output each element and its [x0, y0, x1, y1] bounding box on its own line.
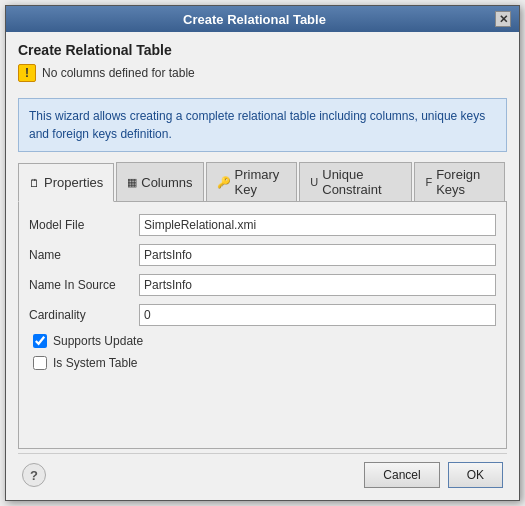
tab-columns[interactable]: ▦ Columns [116, 162, 203, 201]
name-input[interactable] [139, 244, 496, 266]
tab-primary-key-label: Primary Key [235, 167, 287, 197]
info-box: This wizard allows creating a complete r… [18, 98, 507, 152]
supports-update-label[interactable]: Supports Update [53, 334, 143, 348]
tabs-container: 🗒 Properties ▦ Columns 🔑 Primary Key U U… [18, 162, 507, 202]
supports-update-checkbox[interactable] [33, 334, 47, 348]
model-file-row: Model File [29, 214, 496, 236]
name-in-source-row: Name In Source [29, 274, 496, 296]
primary-key-tab-icon: 🔑 [217, 176, 231, 189]
model-file-input[interactable] [139, 214, 496, 236]
dialog-footer: ? Cancel OK [18, 453, 507, 492]
dialog-body: Create Relational Table ! No columns def… [6, 32, 519, 500]
close-button[interactable]: ✕ [495, 11, 511, 27]
footer-buttons: Cancel OK [364, 462, 503, 488]
tab-columns-label: Columns [141, 175, 192, 190]
title-bar: Create Relational Table ✕ [6, 6, 519, 32]
dialog-header: Create Relational Table ! No columns def… [18, 42, 507, 92]
name-label: Name [29, 248, 139, 262]
name-in-source-label: Name In Source [29, 278, 139, 292]
properties-tab-icon: 🗒 [29, 177, 40, 189]
help-button[interactable]: ? [22, 463, 46, 487]
warning-message: No columns defined for table [42, 66, 195, 80]
dialog-title: Create Relational Table [14, 12, 495, 27]
cardinality-label: Cardinality [29, 308, 139, 322]
cardinality-input[interactable] [139, 304, 496, 326]
name-in-source-input[interactable] [139, 274, 496, 296]
tab-foreign-keys-label: Foreign Keys [436, 167, 494, 197]
warning-row: ! No columns defined for table [18, 64, 507, 82]
is-system-table-checkbox[interactable] [33, 356, 47, 370]
is-system-table-row: Is System Table [29, 356, 496, 370]
unique-constraint-tab-icon: U [310, 176, 318, 188]
tab-content-properties: Model File Name Name In Source Cardinali… [18, 202, 507, 449]
tab-primary-key[interactable]: 🔑 Primary Key [206, 162, 298, 201]
tab-unique-constraint-label: Unique Constraint [322, 167, 401, 197]
model-file-label: Model File [29, 218, 139, 232]
warning-icon: ! [18, 64, 36, 82]
cardinality-row: Cardinality [29, 304, 496, 326]
tab-unique-constraint[interactable]: U Unique Constraint [299, 162, 412, 201]
dialog-window: Create Relational Table ✕ Create Relatio… [5, 5, 520, 501]
tab-properties[interactable]: 🗒 Properties [18, 163, 114, 202]
tab-foreign-keys[interactable]: F Foreign Keys [414, 162, 505, 201]
tab-properties-label: Properties [44, 175, 103, 190]
cancel-button[interactable]: Cancel [364, 462, 439, 488]
ok-button[interactable]: OK [448, 462, 503, 488]
dialog-heading: Create Relational Table [18, 42, 507, 58]
columns-tab-icon: ▦ [127, 176, 137, 189]
foreign-keys-tab-icon: F [425, 176, 432, 188]
is-system-table-label[interactable]: Is System Table [53, 356, 137, 370]
name-row: Name [29, 244, 496, 266]
supports-update-row: Supports Update [29, 334, 496, 348]
